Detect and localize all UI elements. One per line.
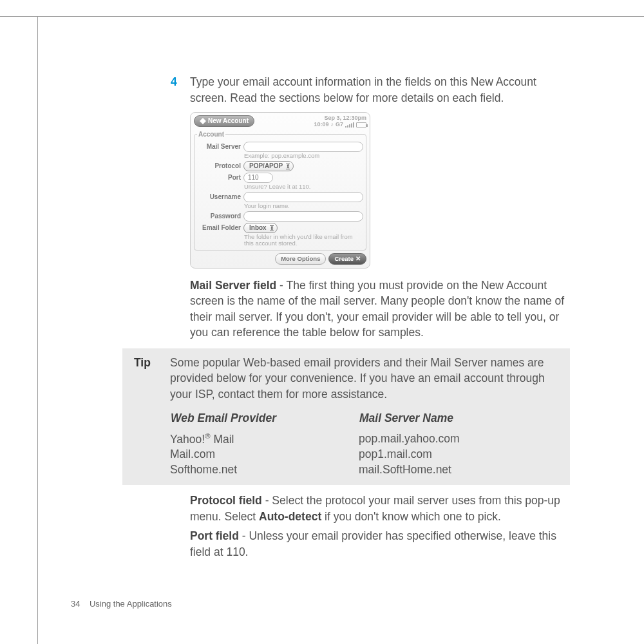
status-time: 10:09 [314, 122, 328, 128]
svg-rect-4 [351, 123, 352, 128]
username-label: Username [197, 193, 241, 202]
close-x-icon: ✕ [355, 254, 361, 263]
more-options-button[interactable]: More Options [275, 253, 326, 264]
protocol-value: POP/APOP [249, 162, 283, 171]
password-label: Password [197, 212, 241, 221]
screen-title: New Account [208, 117, 249, 126]
table-header-server: Mail Server Name [359, 410, 544, 431]
table-row: Softhome.net mail.SoftHome.net [170, 462, 544, 478]
battery-icon [356, 122, 366, 128]
svg-marker-0 [200, 118, 206, 124]
svg-rect-1 [345, 126, 346, 128]
port-input[interactable]: 110 [243, 173, 273, 183]
updown-icon: ⇕ [286, 163, 290, 170]
table-header-provider: Web Email Provider [170, 410, 359, 431]
tip-text: Some popular Web-based email providers a… [170, 355, 558, 402]
svg-rect-2 [347, 125, 348, 128]
step-row: 4 Type your email account information in… [171, 74, 570, 106]
username-input[interactable] [243, 192, 363, 202]
footer-section: Using the Applications [90, 599, 172, 609]
step-text: Type your email account information in t… [190, 74, 570, 106]
port-label: Port [197, 173, 241, 182]
page-footer: 34 Using the Applications [71, 599, 172, 609]
status-bar: Sep 3, 12:30pm 10:09 ♪ G7 [314, 115, 366, 128]
fieldset-legend: Account [197, 130, 225, 139]
svg-rect-5 [353, 122, 354, 128]
mail-server-hint: Example: pop.example.com [244, 153, 363, 160]
folder-dropdown[interactable]: Inbox ⇕ [243, 223, 278, 233]
tip-block: Tip Some popular Web-based email provide… [122, 348, 570, 486]
screen-title-pill: New Account [194, 115, 254, 127]
mail-server-label: Mail Server [197, 142, 241, 151]
folder-label: Email Folder [197, 223, 241, 232]
page-number: 34 [71, 599, 80, 609]
protocol-paragraph: Protocol field - Select the protocol you… [190, 493, 570, 524]
port-paragraph: Port field - Unless your email provider … [190, 528, 570, 560]
table-row: Yahoo!® Mail pop.mail.yahoo.com [170, 431, 544, 447]
mail-server-input[interactable] [243, 142, 363, 152]
folder-hint: The folder in which you'd like email fro… [244, 234, 363, 248]
port-hint: Unsure? Leave it at 110. [244, 184, 363, 191]
device-screenshot: New Account Sep 3, 12:30pm 10:09 ♪ G7 [190, 112, 370, 269]
svg-rect-3 [349, 124, 350, 128]
protocol-dropdown[interactable]: POP/APOP ⇕ [243, 161, 294, 171]
step-number: 4 [171, 74, 180, 106]
mail-server-heading: Mail Server field [190, 279, 276, 292]
table-row: Mail.com pop1.mail.com [170, 447, 544, 462]
mail-server-paragraph: Mail Server field - The first thing you … [190, 278, 570, 341]
port-heading: Port field [190, 529, 239, 542]
password-input[interactable] [243, 211, 363, 222]
username-hint: Your login name. [244, 203, 363, 210]
folder-value: Inbox [249, 223, 267, 232]
account-fieldset: Account Mail Server Example: pop.example… [194, 130, 366, 251]
signal-icon [345, 122, 354, 128]
create-button[interactable]: Create ✕ [328, 253, 366, 264]
protocol-label: Protocol [197, 162, 241, 171]
diamond-icon [200, 118, 206, 124]
updown-icon: ⇕ [270, 225, 274, 232]
status-music-icon: ♪ [330, 122, 334, 128]
tip-label: Tip [134, 355, 158, 402]
status-carrier: G7 [336, 122, 343, 128]
provider-table: Web Email Provider Mail Server Name Yaho… [170, 410, 544, 477]
protocol-heading: Protocol field [190, 494, 262, 507]
